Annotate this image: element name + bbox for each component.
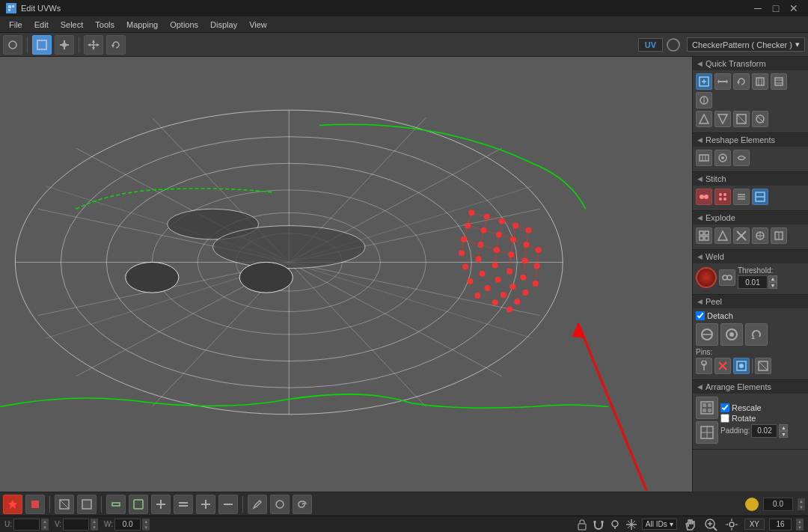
detach-checkbox[interactable] [696,311,705,320]
grid-up[interactable]: ▲ [796,519,804,525]
menu-view[interactable]: View [243,19,273,31]
threshold-down[interactable]: ▼ [768,282,777,289]
value-spinner[interactable]: ▲ ▼ [798,498,805,510]
settings-icon[interactable] [723,516,740,533]
menu-edit[interactable]: Edit [28,19,55,31]
bottom-tool-4[interactable] [77,495,97,514]
w-spinner[interactable]: ▲ ▼ [142,519,150,531]
rotate-tool[interactable] [106,35,126,55]
menu-display[interactable]: Display [204,19,243,31]
maximize-button[interactable]: □ [768,0,784,16]
stitch-btn-1[interactable] [696,189,712,205]
pin-btn-1[interactable] [696,358,712,374]
bottom-tool-8[interactable] [174,495,193,514]
qt-btn-2[interactable] [714,73,731,90]
v-down[interactable]: ▼ [91,525,98,531]
threshold-up[interactable]: ▲ [768,275,777,282]
padding-up[interactable]: ▲ [779,424,788,431]
rescale-checkbox[interactable] [720,403,729,412]
bottom-tool-pencil[interactable] [248,495,267,514]
close-button[interactable]: ✕ [786,0,802,16]
pin-btn-4[interactable] [755,358,771,374]
explode-btn-2[interactable] [714,227,731,244]
peel-header[interactable]: ◀ Peel [693,295,808,308]
select-tool[interactable] [32,35,52,55]
bottom-tool-5[interactable] [106,495,126,514]
u-spinner[interactable]: ▲ ▼ [41,519,49,531]
rotate-checkbox[interactable] [720,414,729,423]
explode-header[interactable]: ◀ Explode [693,211,808,224]
v-spinner[interactable]: ▲ ▼ [91,519,98,531]
reshape-btn-3[interactable] [733,150,750,166]
qt-btn-5[interactable] [771,73,787,90]
bottom-tool-3[interactable] [55,495,74,514]
w-input[interactable] [114,519,141,531]
qt-btn-7[interactable] [696,111,712,127]
stitch-btn-4[interactable] [752,189,768,205]
reshape-btn-2[interactable] [714,150,731,166]
minimize-button[interactable]: ─ [750,0,766,16]
u-down[interactable]: ▼ [41,525,49,531]
u-input[interactable] [13,519,40,531]
qt-btn-4[interactable] [752,73,768,90]
peel-btn-3[interactable] [745,323,768,346]
threshold-spinner[interactable]: ▲ ▼ [768,275,777,289]
viewport[interactable] [0,57,692,492]
mode-button[interactable] [3,35,22,55]
w-down[interactable]: ▼ [142,525,150,531]
bottom-tool-7[interactable] [151,495,171,514]
qt-btn-1[interactable] [696,73,712,90]
bottom-tool-10[interactable] [218,495,238,514]
explode-btn-1[interactable] [696,227,712,244]
pin-btn-2[interactable] [714,358,731,374]
bottom-tool-2[interactable] [25,495,45,514]
menu-select[interactable]: Select [55,19,90,31]
value-up[interactable]: ▲ [798,498,805,504]
qt-btn-6[interactable] [696,92,712,108]
menu-options[interactable]: Options [164,19,204,31]
weld-header[interactable]: ◀ Weld [693,250,808,263]
explode-btn-5[interactable] [771,227,787,244]
weld-btn[interactable] [719,269,735,286]
zoom-icon[interactable] [703,516,719,533]
explode-btn-4[interactable] [752,227,768,244]
menu-file[interactable]: File [3,19,28,31]
grid-size-input[interactable] [769,519,792,531]
grid-down[interactable]: ▼ [796,525,804,531]
stitch-btn-2[interactable] [714,189,731,205]
peel-btn-1[interactable] [696,323,718,346]
v-up[interactable]: ▲ [91,519,98,525]
value-input[interactable] [763,498,793,511]
arrange-btn-2[interactable] [696,421,718,444]
move-tool[interactable] [84,35,103,55]
padding-spinner[interactable]: ▲ ▼ [779,424,788,438]
grid-spinner[interactable]: ▲ ▼ [796,519,804,531]
xy-button[interactable]: XY [744,519,765,530]
reshape-header[interactable]: ◀ Reshape Elements [693,133,808,147]
w-up[interactable]: ▲ [142,519,150,525]
bottom-tool-1[interactable] [3,495,22,514]
all-ids-dropdown[interactable]: All IDs ▾ [642,519,677,530]
value-down[interactable]: ▼ [798,504,805,510]
reshape-btn-1[interactable] [696,150,712,166]
arrange-btn-1[interactable] [696,397,718,419]
stitch-header[interactable]: ◀ Stitch [693,172,808,186]
padding-input[interactable] [751,424,777,438]
hand-icon[interactable] [682,516,698,533]
bottom-tool-6[interactable] [129,495,148,514]
quick-transform-header[interactable]: ◀ Quick Transform [693,57,808,70]
toggle-tool[interactable] [55,35,74,55]
padding-down[interactable]: ▼ [779,431,788,438]
peel-btn-2[interactable] [720,323,743,346]
v-input[interactable] [63,519,89,531]
stitch-btn-3[interactable] [733,189,750,205]
bottom-tool-9[interactable] [196,495,215,514]
arrange-header[interactable]: ◀ Arrange Elements [693,380,808,394]
threshold-input[interactable] [738,275,768,289]
pin-btn-3[interactable] [733,358,750,374]
qt-btn-9[interactable] [733,111,750,127]
bottom-tool-circle[interactable] [270,495,290,514]
checker-dropdown[interactable]: CheckerPattern ( Checker ) ▾ [687,37,805,52]
menu-tools[interactable]: Tools [89,19,120,31]
u-up[interactable]: ▲ [41,519,49,525]
